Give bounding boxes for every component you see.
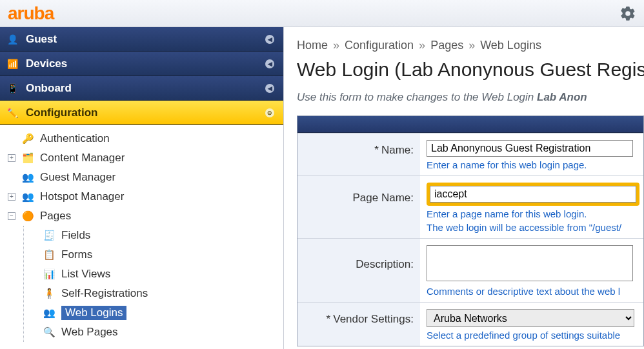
form-label: *Name: xyxy=(297,134,420,175)
field-hint: Enter a name for this web login page. xyxy=(427,159,637,170)
description-textarea[interactable] xyxy=(427,245,633,281)
breadcrumb-item[interactable]: Configuration xyxy=(345,39,414,52)
sidebar-section-devices[interactable]: 📶 Devices ◀ xyxy=(0,52,283,76)
pages-icon: 🟠 xyxy=(21,209,35,223)
guest-icon: 👤 xyxy=(5,32,19,46)
expander-icon[interactable]: + xyxy=(8,154,15,162)
form-row-page-name: Page Name: Enter a page name for this we… xyxy=(297,175,643,238)
expander-icon xyxy=(8,135,15,143)
form-row-description: Description: Comments or descriptive tex… xyxy=(297,238,643,302)
tree-item-label: Forms xyxy=(61,248,92,261)
onboard-icon: 📱 xyxy=(5,81,19,95)
chevron-down-icon: ⊝ xyxy=(265,108,274,117)
tree-item-label: Web Pages xyxy=(61,326,118,339)
devices-icon: 📶 xyxy=(5,57,19,71)
brand-logo: aruba xyxy=(8,3,54,24)
sidebar-tree: 🔑 Authentication + 🗂️ Content Manager 👥 … xyxy=(0,125,283,349)
field-hint: Select a predefined group of settings su… xyxy=(427,330,637,341)
main-content: Home» Configuration» Pages» Web Logins W… xyxy=(284,27,644,349)
field-hint: Comments or descriptive text about the w… xyxy=(427,286,637,297)
sidebar-section-guest[interactable]: 👤 Guest ◀ xyxy=(0,27,283,52)
tree-item-hotspot-manager[interactable]: + 👥 Hotspot Manager xyxy=(4,187,283,206)
web-logins-icon: 👥 xyxy=(42,306,56,320)
tree-item-label: Hotspot Manager xyxy=(40,190,124,203)
chevron-left-icon: ◀ xyxy=(265,35,274,44)
form-label: Description: xyxy=(297,239,420,302)
hotspot-manager-icon: 👥 xyxy=(21,190,35,204)
page-subhead: Use this form to make changes to the Web… xyxy=(297,91,644,104)
tree-item-label: Self-Registrations xyxy=(61,287,148,300)
settings-icon[interactable] xyxy=(619,5,636,22)
sidebar-section-label: Configuration xyxy=(26,106,97,119)
form-panel: *Name: Enter a name for this web login p… xyxy=(297,115,644,346)
form-row-name: *Name: Enter a name for this web login p… xyxy=(297,133,643,175)
tree-item-label: Fields xyxy=(61,229,90,242)
forms-icon: 📋 xyxy=(42,248,56,262)
sidebar-section-onboard[interactable]: 📱 Onboard ◀ xyxy=(0,76,283,101)
fields-icon: 🧾 xyxy=(42,228,56,243)
tree-item-label: Web Logins xyxy=(61,306,126,320)
content-manager-icon: 🗂️ xyxy=(21,151,35,165)
breadcrumb-item[interactable]: Web Logins xyxy=(480,39,541,52)
chevron-left-icon: ◀ xyxy=(265,59,274,68)
sidebar: 👤 Guest ◀ 📶 Devices ◀ 📱 Onboard ◀ ✏️ Con… xyxy=(0,27,284,349)
field-hint: Enter a page name for this web login. xyxy=(427,208,639,219)
tree-item-self-registrations[interactable]: 🧍 Self-Registrations xyxy=(24,284,283,303)
tree-item-authentication[interactable]: 🔑 Authentication xyxy=(4,129,283,148)
sidebar-section-label: Devices xyxy=(26,57,67,70)
page-title: Web Login (Lab Anonynous Guest Regist xyxy=(297,59,644,81)
form-label: *Vendor Settings: xyxy=(297,303,420,346)
tree-item-label: Guest Manager xyxy=(40,171,116,184)
tree-item-web-logins[interactable]: 👥 Web Logins xyxy=(24,303,283,323)
breadcrumb: Home» Configuration» Pages» Web Logins xyxy=(297,39,644,52)
tree-item-guest-manager[interactable]: 👥 Guest Manager xyxy=(4,168,283,187)
tree-item-label: List Views xyxy=(61,268,110,281)
expander-icon[interactable]: + xyxy=(8,193,15,201)
list-views-icon: 📊 xyxy=(42,267,56,281)
chevron-left-icon: ◀ xyxy=(265,84,274,93)
page-name-input[interactable] xyxy=(430,186,636,203)
breadcrumb-item[interactable]: Home xyxy=(297,39,328,52)
web-pages-icon: 🔍 xyxy=(42,325,56,339)
sidebar-section-label: Guest xyxy=(26,33,57,46)
tree-item-fields[interactable]: 🧾 Fields xyxy=(24,226,283,245)
tree-item-pages[interactable]: − 🟠 Pages xyxy=(4,206,283,226)
sidebar-section-configuration[interactable]: ✏️ Configuration ⊝ xyxy=(0,101,283,125)
guest-manager-icon: 👥 xyxy=(21,170,35,184)
tree-item-forms[interactable]: 📋 Forms xyxy=(24,245,283,264)
form-row-vendor: *Vendor Settings: Aruba Networks Select … xyxy=(297,302,643,346)
tree-item-content-manager[interactable]: + 🗂️ Content Manager xyxy=(4,148,283,168)
expander-icon xyxy=(8,174,15,181)
authentication-icon: 🔑 xyxy=(21,132,35,146)
tree-item-web-pages[interactable]: 🔍 Web Pages xyxy=(24,323,283,342)
tree-item-label: Content Manager xyxy=(40,152,125,165)
vendor-select[interactable]: Aruba Networks xyxy=(427,309,634,327)
sidebar-section-label: Onboard xyxy=(26,82,72,95)
name-input[interactable] xyxy=(427,140,633,157)
field-hint: The web login will be accessible from "/… xyxy=(427,222,639,233)
configuration-icon: ✏️ xyxy=(5,106,19,120)
tree-item-label: Pages xyxy=(40,210,71,223)
form-label: Page Name: xyxy=(297,176,420,238)
form-panel-header xyxy=(297,116,643,133)
tree-item-label: Authentication xyxy=(40,132,110,145)
breadcrumb-item[interactable]: Pages xyxy=(430,39,463,52)
self-registrations-icon: 🧍 xyxy=(42,286,56,301)
highlighted-field xyxy=(427,183,639,206)
expander-icon[interactable]: − xyxy=(8,212,15,220)
tree-item-list-views[interactable]: 📊 List Views xyxy=(24,264,283,284)
